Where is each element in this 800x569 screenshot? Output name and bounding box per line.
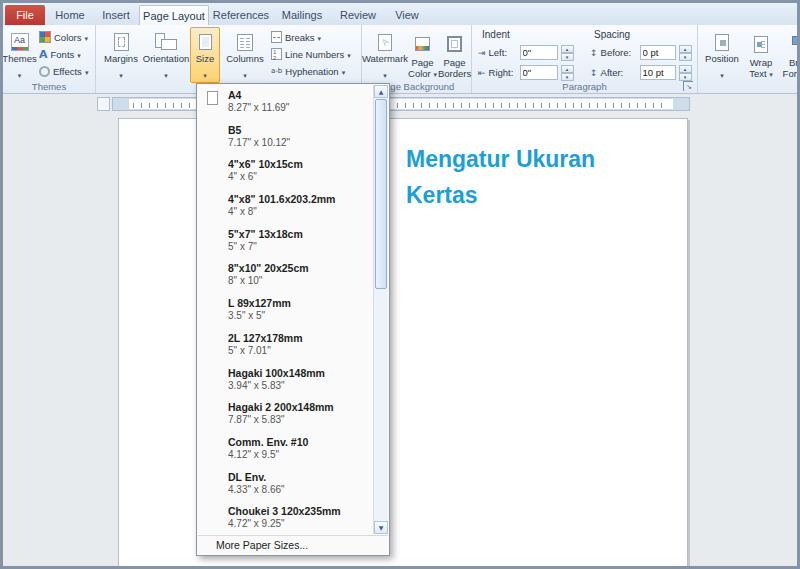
paper-size-dimensions: 4.33" x 8.66" (228, 484, 371, 496)
orientation-button[interactable]: Orientation (141, 27, 191, 83)
paper-size-option[interactable]: 8"x10" 20x25cm 8" x 10" (198, 258, 373, 293)
breaks-icon (271, 31, 282, 43)
paper-size-name: 4"x8" 101.6x203.2mm (228, 193, 371, 205)
paper-size-name: A4 (228, 89, 371, 101)
spacing-after-stepper[interactable]: ▴▾ (679, 65, 692, 81)
paper-size-option[interactable]: 4"x6" 10x15cm 4" x 6" (198, 154, 373, 189)
dropdown-arrow-icon (203, 64, 207, 82)
paper-size-name: Choukei 3 120x235mm (228, 505, 371, 517)
paper-size-option[interactable]: L 89x127mm 3.5" x 5" (198, 293, 373, 328)
tab-references[interactable]: References (209, 5, 273, 25)
page-size-icon (207, 91, 218, 105)
scroll-down-icon[interactable] (374, 521, 388, 534)
page-borders-button[interactable]: Page Borders (439, 27, 470, 83)
hyphenation-button[interactable]: a-b Hyphenation (268, 63, 348, 79)
spacing-header: Spacing (594, 29, 630, 40)
theme-fonts-button[interactable]: A Fonts (36, 46, 84, 62)
indent-right-stepper[interactable]: ▴▾ (561, 65, 574, 81)
file-tab[interactable]: File (5, 5, 45, 25)
theme-effects-button[interactable]: Effects (36, 63, 91, 79)
tab-review[interactable]: Review (331, 5, 385, 25)
paper-size-name: B5 (228, 124, 371, 136)
indent-left-row: ⇥ Left: ▴▾ (478, 44, 574, 61)
indent-left-input[interactable] (520, 45, 558, 60)
theme-colors-button[interactable]: Colors (36, 29, 91, 45)
watermark-button[interactable]: A Watermark (364, 27, 406, 83)
wrap-text-button[interactable]: Wrap Text (744, 27, 778, 83)
tab-stop-selector[interactable] (97, 97, 110, 111)
document-heading[interactable]: Mengatur Ukuran Kertas (406, 141, 595, 213)
columns-button[interactable]: Columns (225, 27, 265, 83)
tab-view[interactable]: View (385, 5, 429, 25)
indent-right-row: ⇤ Right: ▴▾ (478, 64, 574, 81)
line-numbers-icon: 12 (271, 48, 282, 60)
spacing-before-input[interactable] (640, 45, 676, 60)
breaks-button[interactable]: Breaks (268, 29, 324, 45)
paper-size-dimensions: 5" x 7" (228, 241, 371, 253)
page-color-button[interactable]: Page Color (407, 27, 438, 83)
line-numbers-button[interactable]: 12 Line Numbers (268, 46, 354, 62)
watermark-icon: A (378, 31, 392, 53)
paper-size-option[interactable]: DL Env. 4.33" x 8.66" (198, 467, 373, 502)
dropdown-arrow-icon (85, 66, 89, 77)
theme-colors-icon (39, 31, 51, 43)
tab-mailings[interactable]: Mailings (273, 5, 331, 25)
margins-button[interactable]: Margins (103, 27, 139, 83)
paper-size-option[interactable]: Comm. Env. #10 4.12" x 9.5" (198, 432, 373, 467)
indent-right-input[interactable] (520, 65, 558, 80)
paper-size-name: Comm. Env. #10 (228, 436, 371, 448)
paper-size-option[interactable]: B5 7.17" x 10.12" (198, 120, 373, 155)
size-button[interactable]: Size (190, 27, 220, 83)
spacing-before-icon: ↕ (590, 48, 598, 58)
bring-forward-icon (792, 31, 797, 57)
paper-size-dimensions: 3.94" x 5.83" (228, 380, 371, 392)
document-area: Mengatur Ukuran Kertas (3, 94, 797, 566)
indent-left-stepper[interactable]: ▴▾ (561, 45, 574, 61)
paper-size-name: Hagaki 100x148mm (228, 367, 371, 379)
scroll-up-icon[interactable] (374, 85, 388, 98)
paper-size-dimensions: 8" x 10" (228, 275, 371, 287)
paper-size-dimensions: 5" x 7.01" (228, 345, 371, 357)
themes-icon: Aa (11, 31, 29, 53)
indent-header: Indent (482, 29, 510, 40)
margins-icon (114, 31, 129, 53)
ribbon-tab-strip: File Home Insert Page Layout References … (3, 3, 797, 25)
arrange-group: Position Wrap Text Bring Forward (698, 25, 797, 93)
indent-left-icon: ⇥ (478, 48, 486, 58)
indent-right-icon: ⇤ (478, 68, 486, 78)
paper-size-name: 4"x6" 10x15cm (228, 158, 371, 170)
paper-size-dimensions: 7.87" x 5.83" (228, 414, 371, 426)
themes-group-label: Themes (3, 81, 95, 92)
dropdown-arrow-icon (18, 64, 22, 82)
paper-size-option[interactable]: 4"x8" 101.6x203.2mm 4" x 8" (198, 189, 373, 224)
orientation-icon (155, 31, 177, 53)
theme-effects-icon (39, 66, 50, 77)
scrollbar-thumb[interactable] (375, 99, 387, 289)
position-button[interactable]: Position (702, 27, 742, 83)
themes-button[interactable]: Aa Themes (4, 27, 35, 83)
dropdown-arrow-icon (243, 64, 247, 82)
paper-size-option[interactable]: 5"x7" 13x18cm 5" x 7" (198, 224, 373, 259)
dropdown-scrollbar[interactable] (373, 85, 388, 534)
spacing-before-stepper[interactable]: ▴▾ (679, 45, 692, 61)
paper-size-name: L 89x127mm (228, 297, 371, 309)
paragraph-dialog-launcher[interactable] (683, 81, 693, 91)
paper-size-option[interactable]: Hagaki 2 200x148mm 7.87" x 5.83" (198, 397, 373, 432)
dropdown-arrow-icon (318, 32, 322, 43)
paper-size-option[interactable]: A4 8.27" x 11.69" (198, 85, 373, 120)
paper-size-dimensions: 3.5" x 5" (228, 310, 371, 322)
paper-size-option[interactable]: 2L 127x178mm 5" x 7.01" (198, 328, 373, 363)
tab-page-layout[interactable]: Page Layout (139, 5, 209, 25)
paper-size-dimensions: 7.17" x 10.12" (228, 137, 371, 149)
paper-size-dimensions: 4" x 8" (228, 206, 371, 218)
spacing-after-input[interactable] (640, 65, 676, 80)
paper-size-dimensions: 4.72" x 9.25" (228, 518, 371, 530)
bring-forward-button[interactable]: Bring Forward (780, 27, 797, 83)
tab-home[interactable]: Home (47, 5, 93, 25)
tab-insert[interactable]: Insert (93, 5, 139, 25)
more-paper-sizes-item[interactable]: More Paper Sizes... (198, 535, 388, 554)
paper-size-dimensions: 4.12" x 9.5" (228, 449, 371, 461)
paper-size-option[interactable]: Hagaki 100x148mm 3.94" x 5.83" (198, 363, 373, 398)
spacing-after-row: ↕ After: ▴▾ (590, 64, 692, 81)
paper-size-option[interactable]: Choukei 3 120x235mm 4.72" x 9.25" (198, 501, 373, 534)
